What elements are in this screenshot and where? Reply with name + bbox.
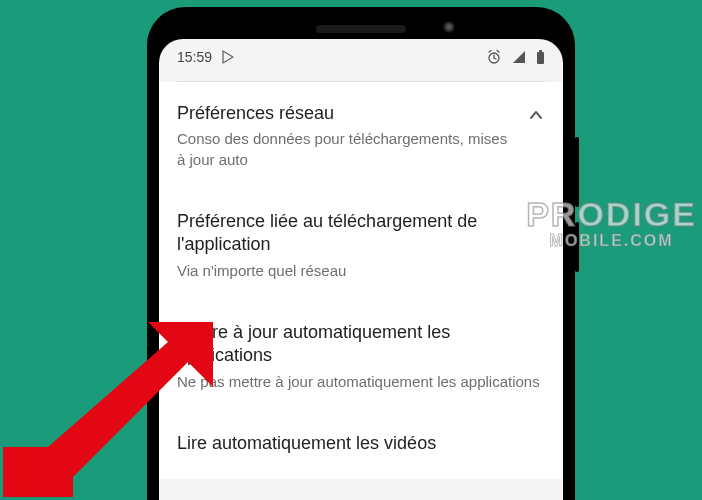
setting-auto-play-videos[interactable]: Lire automatiquement les vidéos — [177, 412, 545, 479]
setting-title: Préférences réseau — [177, 102, 517, 125]
battery-icon — [536, 50, 545, 65]
setting-subtitle: Via n'importe quel réseau — [177, 261, 545, 281]
screen: 15:59 Préférences r — [159, 39, 563, 500]
settings-list: Préférences réseau Conso des données pou… — [159, 82, 563, 479]
side-button — [575, 137, 579, 207]
chevron-up-icon — [527, 102, 545, 128]
front-camera — [443, 21, 455, 33]
status-bar: 15:59 — [159, 39, 563, 73]
signal-icon — [512, 50, 526, 64]
setting-title: Lire automatiquement les vidéos — [177, 432, 545, 455]
svg-rect-1 — [537, 52, 544, 64]
setting-title: Préférence liée au téléchargement de l'a… — [177, 210, 545, 257]
setting-subtitle: Conso des données pour téléchargements, … — [177, 129, 517, 170]
status-time: 15:59 — [177, 49, 212, 65]
setting-network-preferences[interactable]: Préférences réseau Conso des données pou… — [177, 82, 545, 190]
setting-auto-update-apps[interactable]: Mettre à jour automatiquement les applic… — [177, 301, 545, 412]
phone-frame: 15:59 Préférences r — [147, 7, 575, 500]
setting-subtitle: Ne pas mettre à jour automatiquement les… — [177, 372, 545, 392]
alarm-icon — [486, 49, 502, 65]
side-button — [575, 222, 579, 272]
svg-rect-2 — [539, 50, 542, 52]
play-store-icon — [222, 50, 235, 64]
notch — [316, 25, 406, 33]
setting-title: Mettre à jour automatiquement les applic… — [177, 321, 545, 368]
setting-download-preference[interactable]: Préférence liée au téléchargement de l'a… — [177, 190, 545, 301]
